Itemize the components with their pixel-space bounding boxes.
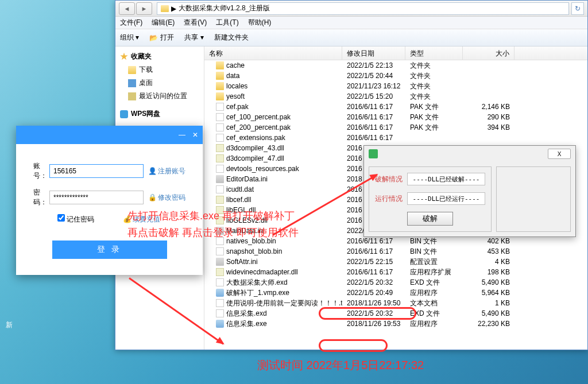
file-icon (216, 92, 224, 100)
file-name: libcef.dll (226, 196, 251, 204)
sidebar-downloads[interactable]: 下载 (115, 63, 204, 76)
account-input[interactable] (49, 164, 144, 178)
file-size: 22,230 KB (463, 320, 514, 328)
file-row[interactable]: yesoft2022/1/5 15:20文件夹 (204, 91, 587, 102)
file-row[interactable]: 信息采集.exe2018/11/26 19:53应用程序22,230 KB (204, 319, 587, 329)
file-row[interactable]: cef_200_percent.pak2016/6/11 6:17PAK 文件3… (204, 122, 587, 133)
file-icon (216, 196, 224, 204)
taskbar-item[interactable]: 新 (3, 319, 15, 331)
menu-edit[interactable]: 编辑(E) (152, 18, 175, 28)
refresh-button[interactable]: ↻ (571, 2, 584, 15)
col-size[interactable]: 大小 (463, 46, 514, 60)
file-name: locales (226, 82, 247, 90)
file-date: 2016/6/11 6:17 (342, 247, 405, 255)
file-icon (216, 227, 224, 235)
file-name: icudtl.dat (226, 185, 254, 193)
file-size: 1 KB (463, 299, 514, 307)
file-size: 5,490 KB (463, 309, 514, 317)
menu-view[interactable]: 查看(V) (184, 18, 207, 28)
address-bar[interactable]: ▶ 大数据采集大师v1.2.8_注册版 (157, 2, 569, 15)
file-date: 2016/6/11 6:17 (342, 123, 405, 131)
menu-tools[interactable]: 工具(T) (216, 18, 238, 28)
file-row[interactable]: cache2022/1/5 22:13文件夹 (204, 60, 587, 71)
file-name: cef.pak (226, 103, 249, 111)
file-row[interactable]: 使用说明-使用前就一定要阅读！！！.txt2018/11/26 19:50文本文… (204, 298, 587, 308)
crack-button[interactable]: 破解 (407, 212, 453, 226)
file-date: 2018/11/26 19:53 (342, 320, 405, 328)
file-icon (216, 216, 224, 224)
password-label: 密码： (33, 188, 49, 207)
tb-open[interactable]: 📂 打开 (149, 33, 174, 42)
file-row[interactable]: cef_extensions.pak2016/6/11 6:17 (204, 133, 587, 143)
file-icon (216, 72, 224, 80)
file-row[interactable]: 破解补丁_1.vmp.exe2022/1/5 20:49应用程序5,964 KB (204, 288, 587, 298)
col-name[interactable]: 名称 (204, 46, 342, 60)
file-row[interactable]: data2022/1/5 20:44文件夹 (204, 71, 587, 81)
file-size: 402 KB (463, 237, 514, 245)
file-row[interactable]: snapshot_blob.bin2016/6/11 6:17BIN 文件453… (204, 246, 587, 257)
login-button[interactable]: 登 录 (52, 241, 167, 259)
file-name: 使用说明-使用前就一定要阅读！！！.txt (226, 298, 342, 308)
file-size: 394 KB (463, 123, 514, 131)
menu-help[interactable]: 帮助(H) (248, 18, 272, 28)
file-date: 2021/11/23 16:12 (342, 82, 405, 90)
sidebar-wps[interactable]: WPS网盘 (115, 107, 204, 121)
crack-close-button[interactable]: X (548, 149, 571, 159)
tb-newfolder[interactable]: 新建文件夹 (214, 33, 249, 42)
password-input[interactable] (49, 191, 144, 204)
menu-file[interactable]: 文件(F) (120, 18, 142, 28)
nav-forward-button[interactable]: ► (136, 2, 152, 15)
register-link[interactable]: 👤注册账号 (148, 166, 185, 176)
file-date: 2022/1/5 22:13 (342, 61, 405, 69)
file-name: MainData.ini (226, 227, 265, 235)
file-date: 2016/6/11 6:17 (342, 268, 405, 276)
file-name: d3dcompiler_43.dll (226, 144, 284, 152)
desktop-icon (128, 79, 136, 87)
file-row[interactable]: 信息采集.exd2022/1/5 20:32EXD 文件5,490 KB (204, 308, 587, 319)
file-name: SoftAttr.ini (226, 258, 258, 266)
col-type[interactable]: 类型 (405, 46, 463, 60)
account-label: 账号： (33, 161, 49, 181)
recharge-link[interactable]: 💰续费充值 (123, 214, 160, 224)
sidebar-desktop[interactable]: 桌面 (115, 76, 204, 90)
file-icon (216, 134, 224, 142)
file-type: 配置设置 (405, 257, 463, 267)
file-date: 2016/6/11 6:17 (342, 134, 405, 142)
file-name: libEGL.dll (226, 206, 256, 214)
file-icon (216, 309, 224, 317)
file-name: 信息采集.exe (226, 319, 267, 329)
file-name: natives_blob.bin (226, 237, 276, 245)
file-date: 2022/1/5 20:32 (342, 309, 405, 317)
minimize-button[interactable]: — (179, 131, 185, 139)
file-size: 290 KB (463, 113, 514, 121)
file-name: EditorData.ini (226, 175, 268, 183)
file-icon (216, 185, 224, 193)
sidebar-recent[interactable]: 最近访问的位置 (115, 90, 204, 103)
address-text: 大数据采集大师v1.2.8_注册版 (179, 3, 270, 13)
file-type: 文件夹 (405, 71, 463, 81)
remember-checkbox[interactable]: 记住密码 (57, 214, 94, 224)
file-row[interactable]: natives_blob.bin2016/6/11 6:17BIN 文件402 … (204, 236, 587, 246)
file-type: EXD 文件 (405, 309, 463, 319)
file-icon (216, 320, 224, 328)
tb-share[interactable]: 共享 ▾ (184, 33, 203, 42)
file-row[interactable]: SoftAttr.ini2022/1/5 22:15配置设置4 KB (204, 257, 587, 267)
file-row[interactable]: 大数据采集大师.exd2022/1/5 20:32EXD 文件5,490 KB (204, 277, 587, 288)
file-icon (216, 258, 224, 266)
file-name: cache (226, 61, 245, 69)
sidebar-favorites[interactable]: 收藏夹 (115, 50, 204, 63)
file-date: 2022/1/5 20:49 (342, 289, 405, 297)
file-icon (216, 289, 224, 297)
file-type: 文本文档 (405, 298, 463, 308)
crack-window: X 破解情况 ----DLL已经破解---- 运行情况 ----DLL已经运行-… (363, 145, 576, 237)
nav-back-button[interactable]: ◄ (119, 2, 135, 15)
close-button[interactable]: ✕ (192, 131, 198, 139)
file-row[interactable]: cef_100_percent.pak2016/6/11 6:17PAK 文件2… (204, 112, 587, 122)
tb-organize[interactable]: 组织 ▾ (120, 33, 139, 42)
col-date[interactable]: 修改日期 (342, 46, 405, 60)
login-window: — ✕ 账号： 👤注册账号 密码： 🔒修改密码 记住密码 💰续费充值 登 录 (16, 126, 203, 275)
file-row[interactable]: cef.pak2016/6/11 6:17PAK 文件2,146 KB (204, 102, 587, 112)
changepwd-link[interactable]: 🔒修改密码 (148, 193, 185, 203)
file-row[interactable]: widevinecdmadapter.dll2016/6/11 6:17应用程序… (204, 267, 587, 277)
file-row[interactable]: locales2021/11/23 16:12文件夹 (204, 81, 587, 91)
